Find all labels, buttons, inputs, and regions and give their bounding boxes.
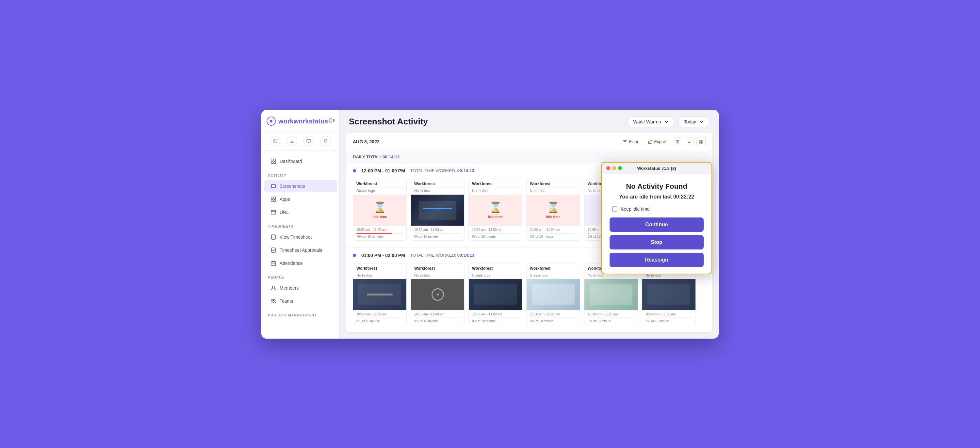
close-traffic-light[interactable]: [606, 166, 610, 170]
filter-button[interactable]: Filter: [620, 138, 641, 145]
download-icon-btn[interactable]: [287, 136, 297, 146]
screenshot-thumbnail[interactable]: [411, 195, 464, 226]
keep-idle-time-label: Keep idle time: [620, 207, 650, 211]
main-header: Screenshot Activity Wade Warren Today: [340, 110, 719, 133]
popup-subtext: You are idle from last 00:22:22: [609, 194, 704, 200]
svg-rect-16: [274, 200, 276, 202]
sidebar-navigation: Dashboard ACTIVITY Screenshots: [261, 151, 339, 338]
screenshot-thumbnail[interactable]: [527, 279, 580, 310]
screenshot-app-name: Workforest: [411, 179, 464, 188]
progress-bar: [588, 318, 635, 318]
continue-button[interactable]: Continue: [609, 218, 704, 232]
hourglass-icon: ⌛: [489, 201, 502, 214]
sidebar-item-view-timesheet[interactable]: View Timesheet: [264, 231, 337, 243]
sidebar-item-teams[interactable]: Teams: [264, 295, 337, 307]
url-icon: [270, 209, 276, 215]
apps-icon: [270, 196, 276, 202]
screenshot-time: 10:50 am - 11:00 am: [530, 313, 577, 316]
list-view-button[interactable]: ≡: [685, 137, 694, 146]
screenshot-footer: 10:50 am - 11:00 am 0% of 10 minute: [527, 310, 580, 325]
screenshot-thumbnail[interactable]: ⌛ Idle time: [527, 195, 580, 226]
user-dropdown-label: Wade Warren: [633, 119, 661, 124]
screenshot-card: Workforest No to-dos 10:50 am - 11:00 am: [410, 263, 465, 325]
app-window: workworkstatus: [261, 110, 719, 338]
screenshot-thumbnail[interactable]: [642, 279, 695, 310]
teams-icon: [270, 298, 276, 304]
popup-titlebar: Workstatus v1.8 (8): [602, 163, 711, 174]
screenshot-thumbnail[interactable]: [469, 279, 522, 310]
screenshot-footer: 10:50 am - 11:00 am 0% of 10 minute: [584, 310, 638, 325]
screenshot-footer: 10:50 am - 11:00 am 0% of 10 minute: [469, 310, 522, 325]
view-controls: ⊞ ≡ ▦: [673, 137, 706, 146]
date-header: AUG 8, 2022 Filter Export: [346, 133, 712, 151]
percent-text: 0% of 10 minute: [646, 319, 692, 323]
percent-text: 0% of 10 minute: [414, 319, 461, 323]
screenshots-icon: [270, 183, 276, 189]
screenshot-thumbnail[interactable]: [353, 279, 406, 310]
maximize-traffic-light[interactable]: [618, 166, 622, 170]
sidebar-item-dashboard[interactable]: Dashboard: [264, 155, 337, 167]
minimize-traffic-light[interactable]: [612, 166, 616, 170]
screenshot-time: 10:50 am - 11:00 am: [414, 228, 461, 232]
screenshot-card: Workforest Create logo ⌛ Idle time 10:50…: [353, 179, 407, 241]
date-dropdown-button[interactable]: Today: [678, 116, 710, 127]
export-button[interactable]: Export: [645, 138, 669, 145]
screenshot-time: 10:50 am - 11:00 am: [472, 313, 519, 316]
svg-marker-5: [274, 140, 276, 142]
svg-point-20: [273, 211, 274, 211]
progress-bar: [472, 233, 519, 234]
stop-button[interactable]: Stop: [609, 235, 704, 249]
collapse-sidebar-button[interactable]: [328, 116, 336, 126]
keep-idle-time-row: Keep idle time: [609, 207, 704, 211]
popup-body: No Activity Found You are idle from last…: [602, 174, 711, 274]
screenshot-task: No to-dos: [411, 188, 464, 195]
keep-idle-time-checkbox[interactable]: [612, 207, 617, 211]
progress-bar: [646, 318, 692, 318]
screenshot-time: 10:50 am - 11:00 am: [472, 228, 519, 232]
screenshot-thumbnail[interactable]: ⌛ Idle time: [353, 195, 406, 226]
screenshot-app-name: Workforest: [353, 179, 406, 188]
reassign-button[interactable]: Reassign: [609, 253, 704, 267]
date-dropdown-label: Today: [684, 119, 696, 124]
timeline-view-button[interactable]: ▦: [697, 137, 706, 146]
play-icon-btn[interactable]: [270, 136, 280, 146]
monitor-icon-btn[interactable]: [304, 136, 314, 146]
screenshot-card: Workforest No to-dos ⌛ Idle time 10:50 a…: [468, 179, 522, 241]
percent-text: 0% of 10 minute: [472, 235, 519, 238]
progress-bar: [356, 233, 403, 234]
svg-rect-12: [272, 185, 275, 187]
svg-rect-26: [271, 262, 276, 265]
header-controls: Wade Warren Today: [627, 116, 710, 127]
screenshot-thumbnail[interactable]: [584, 279, 638, 310]
percent-text: 76% of 10 minutes: [356, 235, 403, 238]
screenshot-task: No to-dos: [353, 272, 406, 279]
date-text: AUG 8, 2022: [353, 139, 380, 145]
svg-point-30: [272, 286, 274, 288]
screenshot-card: Workforest Create logo 10:50 am - 11:00 …: [526, 263, 580, 325]
sidebar-item-screenshots[interactable]: Screenshots: [264, 180, 337, 192]
screenshot-thumbnail[interactable]: [411, 279, 464, 310]
export-label: Export: [654, 139, 667, 144]
user-dropdown-button[interactable]: Wade Warren: [627, 116, 674, 127]
percent-text: 0% of 10 minute: [472, 319, 519, 323]
percent-text: 0% of 10 minute: [530, 319, 577, 323]
daily-total-bar: DAILY TOTAL: 00:14:13: [346, 151, 712, 163]
idle-icon: ⌛ Idle time: [488, 201, 503, 219]
svg-point-31: [272, 299, 274, 301]
grid-view-button[interactable]: ⊞: [673, 137, 682, 146]
sidebar-header: workworkstatus: [261, 110, 339, 132]
percent-text: 0% of 10 minute: [414, 235, 461, 238]
sidebar-item-apps[interactable]: Apps: [264, 193, 337, 205]
logo-text: workworkstatus: [278, 118, 328, 125]
screenshot-footer: 10:50 am - 11:00 am 0% of 10 minute: [411, 226, 464, 240]
sidebar-item-attendance[interactable]: Attendance: [264, 257, 337, 269]
screenshot-thumbnail[interactable]: ⌛ Idle time: [469, 195, 522, 226]
screenshot-app-name: Workforest: [527, 179, 580, 188]
popup-title: Workstatus v1.8 (8): [637, 166, 676, 171]
sidebar-item-timesheet-approvals[interactable]: Timesheet Approvals: [264, 244, 337, 256]
view-timesheet-label: View Timesheet: [280, 234, 312, 240]
sidebar-item-members[interactable]: Members: [264, 282, 337, 294]
notification-icon-btn[interactable]: [320, 136, 331, 146]
screenshot-footer: 10:50 am - 11:00 am 0% of 10 minute: [642, 310, 695, 325]
sidebar-item-url[interactable]: URL: [264, 206, 337, 218]
